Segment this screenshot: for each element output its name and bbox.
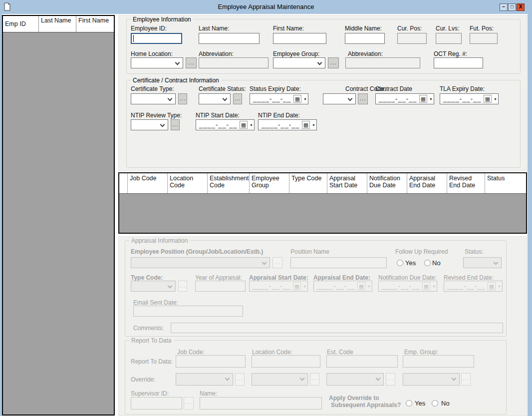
grid-header-establishment-code[interactable]: Establishment Code (208, 173, 250, 193)
chevron-down-icon (317, 60, 322, 65)
ntip-review-type-select[interactable] (131, 119, 168, 130)
employee-position-select (131, 257, 270, 268)
grid-header-job-code[interactable]: Job Code (128, 173, 168, 193)
apply-override-yes-radio[interactable] (406, 400, 412, 407)
follow-up-no-label: No (432, 259, 441, 267)
last-name-input[interactable] (199, 33, 260, 44)
date-mask: ____-__-__ (199, 121, 238, 128)
position-name-field (290, 257, 387, 268)
calendar-icon: ▦ (293, 282, 301, 290)
appraisals-grid-header: Job Code Location Code Establishment Cod… (119, 173, 526, 194)
apply-override-no-label: No (441, 400, 450, 407)
contract-code-browse-button[interactable]: ... (358, 93, 368, 104)
apply-override-yes-label: Yes (415, 400, 425, 407)
override-select-4 (403, 373, 460, 386)
cur-lvs-field (436, 33, 462, 44)
chevron-down-icon (223, 96, 228, 101)
date-mask: ____-__-__ (382, 282, 420, 290)
certificate-type-select[interactable] (131, 93, 176, 104)
fut-pos-label: Fut. Pos: (470, 25, 494, 32)
employee-id-input[interactable] (131, 33, 182, 44)
grid-header-revised-end-date[interactable]: Revised End Date (447, 173, 485, 193)
chevron-down-icon (452, 376, 457, 381)
override-label: Override: (131, 376, 155, 383)
employee-group-browse-button[interactable]: ... (328, 57, 339, 68)
employee-group-select[interactable] (273, 57, 325, 68)
ntip-end-date-field[interactable]: ____-__-__ ▦ ▼ (258, 119, 317, 130)
revised-end-date-field: ____-__-__ ▦ ▼ (444, 281, 503, 292)
home-location-label: Home Location: (131, 50, 173, 57)
dropdown-arrow-icon[interactable]: ▼ (250, 123, 253, 127)
certificate-status-browse-button[interactable]: ... (233, 93, 242, 104)
minimize-button[interactable]: – (500, 3, 508, 11)
dropdown-arrow-icon[interactable]: ▼ (494, 97, 497, 101)
dropdown-arrow-icon[interactable]: ▼ (312, 123, 315, 127)
ntip-review-type-browse-button[interactable]: ... (171, 119, 180, 130)
calendar-icon[interactable]: ▦ (484, 95, 492, 103)
grid-header-location-code[interactable]: Location Code (168, 173, 208, 193)
supervisor-id-browse-button: ... (184, 397, 194, 410)
middle-name-input[interactable] (345, 33, 385, 44)
grid-header-appraisal-start-date[interactable]: Appraisal Start Date (327, 173, 367, 193)
certificate-status-select[interactable] (199, 93, 231, 104)
oct-reg-label: OCT Reg. #: (434, 50, 467, 57)
grid-header-employee-group[interactable]: Employee Group (250, 173, 289, 193)
status-select (463, 257, 502, 268)
ntip-start-date-field[interactable]: ____-__-__ ▦ ▼ (196, 119, 255, 130)
tla-expiry-date-label: TLA Expiry Date: (440, 85, 485, 92)
appraisals-grid: Job Code Location Code Establishment Cod… (118, 172, 527, 234)
report-est-code-label: Est. Code (327, 349, 353, 356)
appraisal-information-title: Appraisal Information (129, 237, 190, 244)
appraisal-start-date-field: ____-__-__ ▦ ▼ (249, 281, 308, 292)
follow-up-yes-radio[interactable] (397, 260, 403, 266)
supervisor-id-label: Supervisor ID: (131, 390, 169, 397)
chevron-down-icon (348, 96, 353, 101)
home-location-select[interactable] (131, 57, 183, 68)
status-expiry-date-field[interactable]: ____-__-__ ▦ ▼ (250, 93, 308, 104)
oct-reg-input[interactable] (434, 57, 483, 68)
calendar-icon[interactable]: ▦ (240, 121, 248, 129)
contract-code-select[interactable] (323, 93, 356, 104)
grid-header-appraisal-end-date[interactable]: Appraisal End Date (407, 173, 447, 193)
grid-header-type-code[interactable]: Type Code (289, 173, 327, 193)
contract-date-field[interactable]: ____-__-__ ▦ ▼ (375, 93, 434, 104)
text-caret (133, 35, 134, 42)
close-button[interactable]: X (517, 3, 525, 11)
apply-override-label-line2: Subsequent Appraisals? (331, 402, 401, 409)
year-of-appraisal-field (195, 281, 246, 292)
supervisor-name-field (200, 397, 322, 410)
report-to-data-label: Report To Data: (131, 358, 173, 365)
supervisor-id-field (131, 397, 182, 410)
grid-header-notification-due-date[interactable]: Notification Due Date (367, 173, 407, 193)
override-browse-button-2: ... (310, 373, 319, 386)
abbreviation-group-field (345, 57, 420, 68)
dropdown-arrow-icon[interactable]: ▼ (303, 97, 307, 101)
follow-up-no-radio[interactable] (424, 260, 431, 266)
apply-override-no-radio[interactable] (432, 400, 438, 407)
comments-field (171, 323, 503, 333)
first-name-label: First Name: (273, 25, 304, 32)
report-emp-group-field (403, 355, 474, 368)
calendar-icon[interactable]: ▦ (302, 121, 310, 129)
chevron-down-icon (168, 284, 173, 289)
contract-date-label: Contract Date (375, 85, 412, 92)
grid-header-row-selector[interactable] (119, 173, 128, 193)
calendar-icon[interactable]: ▦ (419, 95, 427, 103)
column-header-first-name[interactable]: First Name (76, 16, 114, 32)
tla-expiry-date-field[interactable]: ____-__-__ ▦ ▼ (440, 93, 499, 104)
grid-header-status[interactable]: Status (485, 173, 526, 193)
column-header-emp-id[interactable]: Emp ID (3, 16, 39, 32)
first-name-input[interactable] (273, 33, 326, 44)
window-title: Employee Appraisal Maintenance (0, 3, 532, 10)
cur-pos-label: Cur. Pos: (397, 25, 422, 32)
override-select-3 (326, 373, 384, 386)
column-header-last-name[interactable]: Last Name (39, 16, 76, 32)
calendar-icon[interactable]: ▦ (293, 95, 301, 103)
certificate-type-browse-button[interactable]: ... (178, 93, 187, 104)
dropdown-arrow-icon[interactable]: ▼ (429, 97, 433, 101)
maximize-button[interactable]: □ (508, 3, 516, 11)
home-location-browse-button[interactable]: ... (186, 57, 197, 68)
dropdown-arrow-icon: ▼ (303, 285, 306, 288)
email-sent-date-field (133, 306, 243, 317)
certificate-status-label: Certificate Status: (199, 85, 246, 92)
